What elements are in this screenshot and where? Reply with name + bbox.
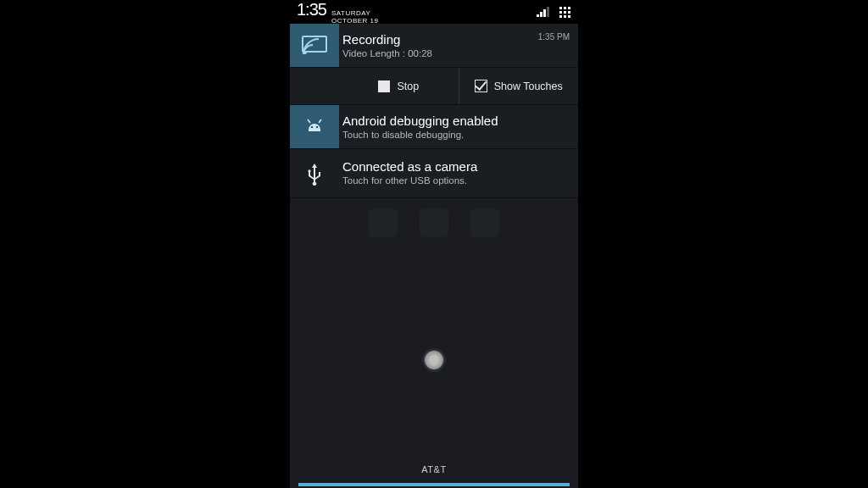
svg-point-1 [303,51,307,54]
notif-subtitle: Touch for other USB options. [342,175,570,186]
android-debug-icon [290,105,339,148]
status-clock: 1:35 [297,0,326,19]
notif-title: Connected as a camera [342,159,570,174]
cast-icon [290,24,339,67]
status-day: SATURDAY [331,9,379,17]
notif-subtitle: Touch to disable debugging. [342,130,570,140]
notification-usb[interactable]: Connected as a camera Touch for other US… [290,149,578,198]
status-right [536,5,571,19]
shade-background[interactable]: AT&T [290,198,578,488]
status-left: 1:35 SATURDAY OCTOBER 19 [297,0,378,25]
show-touches-toggle[interactable]: Show Touches [459,68,579,104]
notification-panel: Recording Video Length : 00:28 1:35 PM S… [290,24,578,198]
notif-title: Recording [342,32,570,47]
checkbox-icon [475,80,487,92]
touch-indicator-icon [425,351,443,369]
notification-recording[interactable]: Recording Video Length : 00:28 1:35 PM [290,24,578,68]
svg-point-3 [316,125,319,128]
quick-settings-icon[interactable] [558,5,571,19]
notif-subtitle: Video Length : 00:28 [342,48,570,58]
notification-adb[interactable]: Android debugging enabled Touch to disab… [290,105,578,149]
background-app-icons [290,208,578,251]
svg-line-5 [319,119,321,123]
notif-title: Android debugging enabled [342,114,570,128]
stop-label: Stop [397,80,419,92]
notif-time: 1:35 PM [538,32,570,42]
stop-button[interactable]: Stop [339,68,459,104]
stop-icon [378,80,390,92]
status-bar[interactable]: 1:35 SATURDAY OCTOBER 19 [290,0,578,24]
svg-point-2 [311,125,314,128]
show-touches-label: Show Touches [494,80,563,92]
panel-handle[interactable] [298,483,570,486]
usb-icon [290,149,339,197]
phone-frame: 1:35 SATURDAY OCTOBER 19 [290,0,578,488]
recording-actions: Stop Show Touches [290,68,578,105]
carrier-label: AT&T [290,464,578,474]
signal-icon [536,5,549,19]
svg-line-4 [308,119,310,123]
